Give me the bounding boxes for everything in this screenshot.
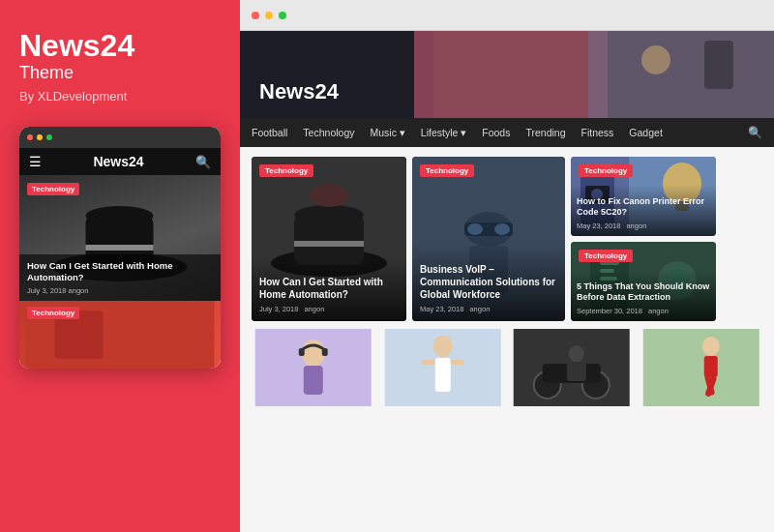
card4-date: September 30, 2018 (577, 307, 642, 315)
mobile-article-date: July 3, 2018 (27, 286, 66, 295)
card4-title: 5 Things That You Should Know Before Dat… (577, 281, 710, 304)
svg-rect-9 (588, 31, 774, 118)
right-column: Technology How to Fix Canon Printer Erro… (571, 157, 716, 321)
bottom-card-moto[interactable] (510, 329, 634, 406)
svg-rect-3 (86, 245, 154, 251)
svg-point-22 (467, 223, 483, 235)
bottom-card-sport[interactable] (640, 329, 763, 406)
card3-author: angon (626, 222, 646, 230)
nav-fitness[interactable]: Fitness (581, 127, 614, 138)
bottom-card-music[interactable] (252, 329, 375, 406)
mobile-top-bar (19, 127, 221, 148)
svg-point-53 (569, 345, 584, 363)
dot-green (46, 134, 52, 140)
svg-rect-48 (450, 360, 463, 365)
mobile-article-2[interactable]: Technology (19, 301, 221, 369)
hamburger-icon[interactable]: ☰ (29, 154, 42, 169)
card-voip-article[interactable]: Technology Business VoIP – Communication… (412, 157, 565, 321)
card1-meta: July 3, 2018 angon (259, 305, 399, 313)
bottom-card-fashion[interactable] (381, 329, 505, 406)
mobile-article-meta: July 3, 2018 angon (27, 286, 213, 295)
card3-date: May 23, 2018 (577, 222, 620, 230)
nav-football[interactable]: Football (252, 127, 287, 138)
nav-technology[interactable]: Technology (303, 127, 354, 138)
nav-lifestyle[interactable]: Lifestyle ▾ (421, 127, 466, 138)
card2-tag: Technology (420, 164, 474, 177)
card-data-article[interactable]: Technology 5 Things That You Should Know… (571, 242, 716, 321)
mobile-header: ☰ News24 🔍 (19, 148, 221, 175)
svg-point-23 (494, 223, 510, 235)
card-printer-article[interactable]: Technology How to Fix Canon Printer Erro… (571, 157, 716, 236)
mobile-article-author: angon (69, 286, 89, 295)
brand-by: By XLDevelopment (19, 89, 221, 103)
bottom-music-image (252, 329, 375, 406)
card1-author: angon (304, 305, 324, 313)
card3-tag: Technology (579, 164, 633, 177)
svg-rect-41 (304, 366, 323, 395)
svg-point-18 (310, 184, 348, 207)
dot-yellow (37, 134, 43, 140)
right-panel: News24 Football Technology Music ▾ Lifes… (240, 0, 774, 532)
svg-rect-11 (704, 41, 733, 89)
browser-content: News24 Football Technology Music ▾ Lifes… (240, 31, 774, 532)
svg-rect-17 (294, 241, 364, 247)
svg-rect-46 (434, 358, 450, 392)
nav-gadget[interactable]: Gadget (629, 127, 662, 138)
svg-rect-57 (703, 356, 717, 377)
svg-rect-7 (240, 31, 433, 118)
mobile-logo: News24 (93, 154, 143, 169)
card3-meta: May 23, 2018 angon (577, 222, 710, 230)
mobile-article-1[interactable]: Technology How Can I Get Started with Ho… (19, 175, 221, 301)
card4-meta: September 30, 2018 angon (577, 307, 710, 315)
svg-point-2 (86, 206, 154, 225)
dot-red (27, 134, 33, 140)
browser-dot-green (279, 12, 286, 19)
svg-point-45 (432, 336, 452, 357)
mobile-article-text: How Can I Get Started with Home Automati… (19, 254, 221, 302)
svg-rect-54 (567, 362, 586, 381)
card2-author: angon (469, 305, 490, 313)
site-header: News24 (240, 31, 774, 118)
card2-overlay: Business VoIP – Communication Solutions … (412, 244, 565, 321)
nav-trending[interactable]: Trending (525, 127, 565, 138)
nav-bar: Football Technology Music ▾ Lifestyle ▾ … (240, 118, 774, 147)
card1-date: July 3, 2018 (259, 305, 298, 313)
mobile-preview: ☰ News24 🔍 Technology How Can I (19, 127, 221, 369)
site-header-bg (240, 31, 774, 118)
card4-author: angon (648, 307, 669, 315)
svg-point-10 (641, 45, 670, 74)
card4-overlay: 5 Things That You Should Know Before Dat… (571, 270, 716, 321)
left-panel: News24 Theme By XLDevelopment ☰ News24 🔍 (0, 0, 240, 532)
svg-rect-47 (421, 360, 434, 365)
bottom-row (252, 329, 762, 406)
card-hat-article[interactable]: Technology How Can I Get Started with Ho… (252, 157, 406, 321)
browser-dot-red (252, 12, 259, 19)
header-bg-svg (240, 31, 774, 118)
svg-point-56 (701, 337, 719, 356)
browser-dot-yellow (265, 12, 273, 19)
card4-tag: Technology (579, 250, 633, 262)
svg-point-16 (294, 205, 364, 224)
svg-rect-42 (299, 348, 305, 356)
card3-title: How to Fix Canon Printer Error Code 5C20… (577, 196, 710, 219)
mobile-tag-1: Technology (27, 183, 79, 195)
main-area: Technology How Can I Get Started with Ho… (240, 147, 774, 532)
card2-date: May 23, 2018 (420, 305, 463, 313)
bottom-moto-image (510, 329, 634, 406)
card3-overlay: How to Fix Canon Printer Error Code 5C20… (571, 185, 716, 236)
card2-title: Business VoIP – Communication Solutions … (420, 263, 557, 301)
card2-meta: May 23, 2018 angon (420, 305, 557, 313)
card1-title: How Can I Get Started with Home Automati… (259, 276, 399, 301)
nav-search-icon[interactable]: 🔍 (748, 126, 762, 139)
browser-chrome (240, 0, 774, 31)
svg-rect-55 (642, 329, 759, 406)
nav-music[interactable]: Music ▾ (370, 127, 404, 138)
mobile-search-icon[interactable]: 🔍 (195, 155, 211, 169)
mobile-article-title: How Can I Get Started with Home Automati… (27, 260, 213, 284)
svg-rect-8 (414, 31, 608, 118)
nav-foods[interactable]: Foods (482, 127, 510, 138)
top-row: Technology How Can I Get Started with Ho… (252, 157, 762, 321)
bottom-fashion-image (381, 329, 505, 406)
card1-tag: Technology (259, 164, 313, 177)
site-header-logo: News24 (259, 79, 339, 104)
